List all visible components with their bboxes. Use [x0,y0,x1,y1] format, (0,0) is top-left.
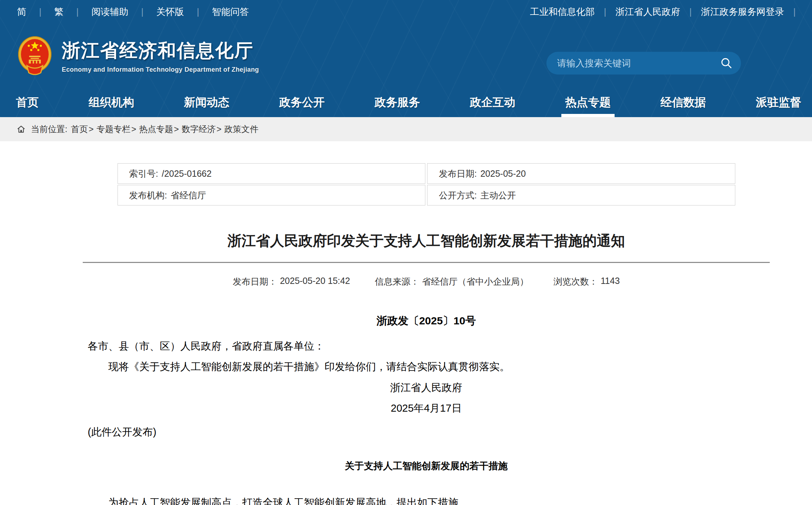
link-traditional[interactable]: 繁 [54,6,64,18]
breadcrumb-separator: > [217,124,222,134]
separator: | [793,6,796,17]
index-label: 索引号: [129,168,158,180]
info-cell-pubdate: 发布日期: 2025-05-20 [427,163,735,184]
link-miit[interactable]: 工业和信息化部 [530,6,595,18]
main-nav: 首页 组织机构 新闻动态 政务公开 政务服务 政企互动 热点专题 经信数据 派驻… [0,88,812,117]
site-brand: 浙江省经济和信息化厅 Economy and Information Techn… [62,38,259,73]
public-release-note: (此件公开发布) [83,424,770,440]
meta-views-label: 浏览次数： [554,276,598,287]
search-icon [720,57,732,69]
breadcrumb-hot-topics[interactable]: 热点专题 [139,123,173,135]
breadcrumb-prefix: 当前位置: [31,123,67,135]
nav-item-news[interactable]: 新闻动态 [184,88,229,117]
title-divider [83,262,770,263]
meta-views-value: 1143 [601,276,620,287]
breadcrumb-separator: > [174,124,179,134]
nav-item-organization[interactable]: 组织机构 [89,88,134,117]
mode-label: 公开方式: [439,190,477,201]
agency-label: 发布机构: [129,190,167,201]
salutation-line: 各市、县（市、区）人民政府，省政府直属各单位： [83,338,770,354]
separator: | [604,6,606,17]
home-icon [16,125,26,134]
content-area: 索引号: /2025-01662 发布日期: 2025-05-20 发布机构: … [83,163,770,505]
body-paragraph-1: 现将《关于支持人工智能创新发展的若干措施》印发给你们，请结合实际认真贯彻落实。 [83,358,770,375]
mode-value: 主动公开 [480,190,516,201]
nav-item-supervision[interactable]: 派驻监督 [756,88,801,117]
search-input[interactable] [557,58,720,69]
info-cell-agency: 发布机构: 省经信厅 [118,185,426,205]
separator: | [141,6,144,17]
measures-subtitle: 关于支持人工智能创新发展的若干措施 [83,459,770,474]
nav-item-gov-disclosure[interactable]: 政务公开 [279,88,325,117]
link-reading-aid[interactable]: 阅读辅助 [92,6,129,18]
breadcrumb-policy-files[interactable]: 政策文件 [224,123,258,135]
link-smart-qa[interactable]: 智能问答 [212,6,249,18]
link-elder-mode[interactable]: 关怀版 [156,6,184,18]
meta-views: 浏览次数： 1143 [554,276,620,287]
national-emblem-icon [17,36,53,77]
pubdate-label: 发布日期: [439,168,477,180]
info-cell-index: 索引号: /2025-01662 [118,163,426,184]
separator: | [76,6,79,17]
separator: | [689,6,692,17]
document-number: 浙政发〔2025〕10号 [83,312,770,329]
signer-line: 浙江省人民政府 [83,379,770,396]
breadcrumb-digital-economy[interactable]: 数字经济 [182,123,216,135]
meta-source-label: 信息来源： [375,276,419,287]
topbar: 简 | 繁 | 阅读辅助 | 关怀版 | 智能问答 工业和信息化部 | 浙江省人… [0,0,812,23]
meta-publish-value: 2025-05-20 15:42 [280,276,350,287]
site-logo-link[interactable] [17,34,53,77]
nav-item-gov-services[interactable]: 政务服务 [375,88,420,117]
index-value: /2025-01662 [162,169,211,179]
agency-value: 省经信厅 [170,190,206,201]
breadcrumb-topics[interactable]: 专题专栏 [97,123,131,135]
link-zj-gov[interactable]: 浙江省人民政府 [615,6,680,18]
breadcrumb-home[interactable]: 首页 [71,123,88,135]
meta-source: 信息来源： 省经信厅（省中小企业局） [375,276,529,287]
masthead: 简 | 繁 | 阅读辅助 | 关怀版 | 智能问答 工业和信息化部 | 浙江省人… [0,0,812,117]
nav-item-data[interactable]: 经信数据 [661,88,706,117]
site-subtitle: Economy and Information Technology Depar… [62,66,259,73]
search-box [546,52,741,75]
meta-publish-label: 发布日期： [233,276,277,287]
link-zj-service[interactable]: 浙江政务服务网 [701,6,765,18]
breadcrumb-separator: > [89,124,94,134]
pubdate-value: 2025-05-20 [480,169,526,179]
link-simplified[interactable]: 简 [17,6,26,18]
meta-source-value: 省经信厅（省中小企业局） [422,276,529,287]
document-info-table: 索引号: /2025-01662 发布日期: 2025-05-20 发布机构: … [118,163,735,205]
topbar-right-links: 工业和信息化部 | 浙江省人民政府 | 浙江政务服务网 登录 | [530,6,805,18]
article-meta: 发布日期： 2025-05-20 15:42 信息来源： 省经信厅（省中小企业局… [83,276,770,287]
page-title: 浙江省人民政府印发关于支持人工智能创新发展若干措施的通知 [83,231,770,251]
topbar-left-links: 简 | 繁 | 阅读辅助 | 关怀版 | 智能问答 [17,6,249,18]
body-paragraph-2: 为抢占人工智能发展制高点，打造全球人工智能创新发展高地，提出如下措施。 [83,494,770,505]
login-link[interactable]: 登录 [765,6,784,18]
nav-item-hot-topics[interactable]: 热点专题 [565,88,611,117]
breadcrumb-separator: > [131,124,136,134]
nav-item-home[interactable]: 首页 [16,88,39,117]
search-button[interactable] [720,57,732,69]
separator: | [39,6,42,17]
nav-item-interaction[interactable]: 政企互动 [470,88,516,117]
site-header: 浙江省经济和信息化厅 Economy and Information Techn… [0,23,812,88]
breadcrumb: 当前位置: 首页 > 专题专栏 > 热点专题 > 数字经济 > 政策文件 [0,117,812,141]
separator: | [197,6,199,17]
document-body: 浙政发〔2025〕10号 各市、县（市、区）人民政府，省政府直属各单位： 现将《… [83,312,770,505]
info-cell-mode: 公开方式: 主动公开 [427,185,735,205]
meta-publish-date: 发布日期： 2025-05-20 15:42 [233,276,350,287]
sign-date-line: 2025年4月17日 [83,400,770,416]
site-title: 浙江省经济和信息化厅 [62,38,259,63]
